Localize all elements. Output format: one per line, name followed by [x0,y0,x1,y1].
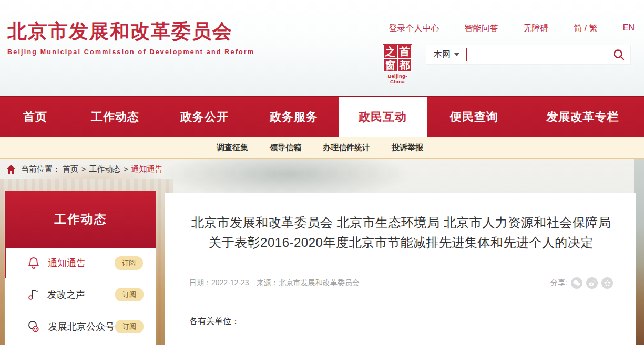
music-note-icon [27,288,39,301]
share-label: 分享: [550,278,567,288]
breadcrumb-home[interactable]: 首页 [63,164,78,174]
smart-qa-link[interactable]: 智能问答 [464,23,498,34]
subscribe-button-wechat[interactable]: 订阅 [115,320,144,333]
login-link[interactable]: 登录个人中心 [389,23,439,34]
date-value: 2022-12-23 [211,278,249,287]
sidebar-menu: 通知通告 订阅 发改之声 订阅 发展北京公众号 [5,248,156,345]
sidebar-item-label: 通知通告 [48,257,115,269]
main-nav: 首页 工作动态 政务公开 政务服务 政民互动 便民查询 发展改革专栏 [0,96,644,137]
subnav-survey[interactable]: 调查征集 [217,143,248,153]
caret-down-icon [454,53,459,56]
sidebar-item-wechat-account[interactable]: 发展北京公众号 订阅 [5,311,156,342]
nav-work-news[interactable]: 工作动态 [70,97,160,137]
nav-convenience-query[interactable]: 便民查询 [427,97,522,137]
sub-nav: 调查征集 领导信箱 办理信件统计 投诉举报 [0,137,644,159]
search-input[interactable] [467,47,607,62]
search-button[interactable] [607,45,630,65]
article-meta-left: 日期：2022-12-23来源：北京市发展和改革委员会 [189,278,360,288]
nav-reform-column[interactable]: 发展改革专栏 [522,97,644,137]
article-body-first-line: 各有关单位： [189,316,613,327]
sidebar-item-label: 发展北京公众号 [48,320,115,333]
share-weibo-icon[interactable] [586,277,598,289]
sidebar-item-label: 发改之声 [47,288,115,301]
seal-char: 都 [398,59,411,71]
article-title: 北京市发展和改革委员会 北京市生态环境局 北京市人力资源和社会保障局关于表彰20… [189,213,613,253]
breadcrumb-work-news[interactable]: 工作动态 [89,164,120,174]
seal-icon: 之首窗都 [383,44,412,71]
search-icon [612,48,625,61]
share-wechat-icon[interactable] [571,277,582,289]
seal-caption: Beijing-China [382,73,413,85]
nav-gov-services[interactable]: 政务服务 [249,97,339,137]
simplified-traditional-toggle[interactable]: 简 / 繁 [574,23,597,34]
bell-icon [28,257,39,269]
page: 北京市发展和改革委员会 Beijing Municipal Commission… [0,0,644,345]
article-meta: 日期：2022-12-23来源：北京市发展和改革委员会 分享: [189,277,613,289]
breadcrumb: 当前位置： 首页 > 工作动态 > 通知通告 [0,159,644,180]
header: 北京市发展和改革委员会 Beijing Municipal Commission… [0,0,644,96]
sidebar: 工作动态 通知通告 订阅 发改之声 订阅 [5,191,156,345]
seal-char: 之 [384,45,397,58]
source-label: 来源： [257,278,279,287]
home-icon[interactable] [6,165,16,174]
date-label: 日期： [189,278,211,287]
top-links: 登录个人中心 智能问答 无障碍 简 / 繁 EN [389,23,635,34]
subscribe-button-notices[interactable]: 订阅 [115,256,143,270]
article-panel: 北京市发展和改革委员会 北京市生态环境局 北京市人力资源和社会保障局关于表彰20… [165,193,636,345]
sidebar-item-notices[interactable]: 通知通告 订阅 [5,248,156,278]
breadcrumb-label: 当前位置： [21,164,60,174]
sidebar-title-block: 工作动态 [5,191,156,248]
share-bar: 分享: [550,277,613,289]
site-logo[interactable]: 北京市发展和改革委员会 Beijing Municipal Commission… [7,20,254,56]
breadcrumb-separator: > [124,165,128,173]
search-scope-dropdown[interactable]: 本网 [426,49,466,60]
search-scope-label: 本网 [434,49,451,60]
subnav-leader-mailbox[interactable]: 领导信箱 [270,143,301,153]
share-star-icon[interactable] [601,277,613,289]
site-subtitle: Beijing Municipal Commission of Developm… [7,48,254,56]
nav-gov-disclosure[interactable]: 政务公开 [160,97,249,137]
breadcrumb-notices[interactable]: 通知通告 [131,164,162,174]
accessibility-link[interactable]: 无障碍 [523,23,548,34]
source-value: 北京市发展和改革委员会 [279,278,360,287]
nav-home[interactable]: 首页 [0,97,70,137]
divider [189,266,613,266]
nav-public-interaction[interactable]: 政民互动 [339,97,427,137]
english-link[interactable]: EN [623,23,635,34]
sidebar-item-ndrc-voice[interactable]: 发改之声 订阅 [5,278,156,311]
capital-window-logo[interactable]: 之首窗都 Beijing-China [382,44,413,85]
wechat-icon [27,320,40,333]
site-title: 北京市发展和改革委员会 [7,20,254,43]
subscribe-button-ndrc-voice[interactable]: 订阅 [115,288,144,301]
subnav-complaints[interactable]: 投诉举报 [392,143,423,153]
sidebar-title: 工作动态 [55,211,107,227]
breadcrumb-separator: > [81,165,86,173]
search-bar: 本网 [426,45,631,65]
seal-char: 首 [398,45,411,58]
subnav-letter-stats[interactable]: 办理信件统计 [323,143,370,153]
seal-char: 窗 [384,59,397,71]
